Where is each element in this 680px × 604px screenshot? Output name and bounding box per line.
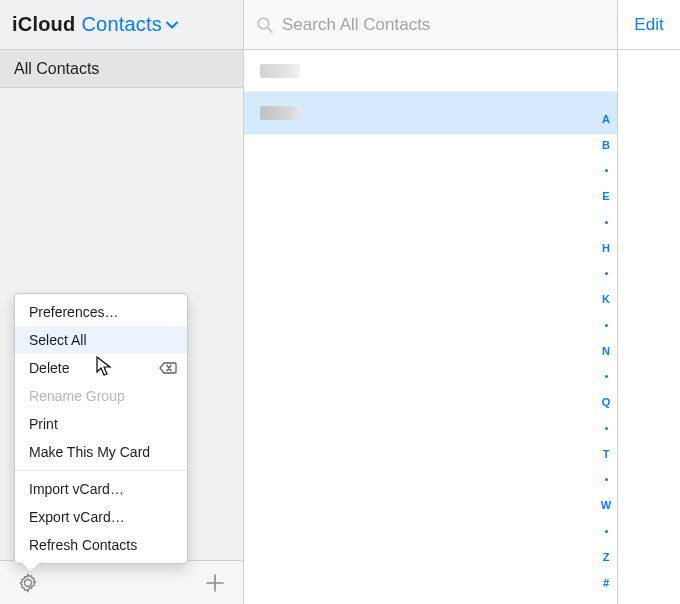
- alpha-index-item[interactable]: A: [597, 110, 615, 128]
- contacts-pane: ABEHKNQTWZ#: [244, 50, 618, 604]
- alpha-index-dot: [605, 427, 608, 430]
- menu-item-label: Print: [29, 416, 58, 432]
- plus-icon: [204, 572, 226, 594]
- alpha-index-dot: [605, 478, 608, 481]
- edit-label: Edit: [634, 15, 663, 35]
- menu-item-label: Refresh Contacts: [29, 537, 137, 553]
- chevron-down-icon: [166, 20, 178, 30]
- alpha-index-item[interactable]: [597, 213, 615, 231]
- menu-item-label: Make This My Card: [29, 444, 150, 460]
- sidebar-item-all-contacts[interactable]: All Contacts: [0, 50, 243, 88]
- alpha-index-item[interactable]: N: [597, 342, 615, 360]
- alpha-index-item[interactable]: [597, 316, 615, 334]
- alpha-index-item[interactable]: E: [597, 187, 615, 205]
- alpha-index-dot: [605, 221, 608, 224]
- menu-item: Rename Group: [15, 382, 187, 410]
- search-field[interactable]: [244, 0, 618, 49]
- menu-item[interactable]: Select All: [15, 326, 187, 354]
- alpha-index[interactable]: ABEHKNQTWZ#: [597, 110, 615, 592]
- alpha-index-item[interactable]: [597, 419, 615, 437]
- search-input[interactable]: [282, 15, 605, 35]
- brand-label: iCloud: [12, 13, 75, 36]
- alpha-index-dot: [605, 272, 608, 275]
- alpha-index-item[interactable]: Z: [597, 548, 615, 566]
- alpha-index-item[interactable]: Q: [597, 393, 615, 411]
- alpha-index-item[interactable]: K: [597, 290, 615, 308]
- alpha-index-item[interactable]: [597, 471, 615, 489]
- menu-item-label: Select All: [29, 332, 87, 348]
- menu-item-label: Delete: [29, 360, 69, 376]
- menu-item-label: Rename Group: [29, 388, 125, 404]
- alpha-index-dot: [605, 530, 608, 533]
- gear-icon: [17, 572, 39, 594]
- contact-detail-pane: [618, 50, 680, 604]
- menu-item[interactable]: Import vCard…: [15, 475, 187, 503]
- menu-item-label: Preferences…: [29, 304, 118, 320]
- alpha-index-item[interactable]: [597, 265, 615, 283]
- search-icon: [256, 16, 274, 34]
- alpha-index-item[interactable]: T: [597, 445, 615, 463]
- sidebar-item-label: All Contacts: [14, 60, 99, 78]
- settings-menu: Preferences…Select AllDeleteRename Group…: [14, 293, 188, 564]
- delete-key-icon: [159, 362, 177, 374]
- menu-item[interactable]: Print: [15, 410, 187, 438]
- contact-row[interactable]: [244, 50, 617, 92]
- menu-item-label: Export vCard…: [29, 509, 125, 525]
- menu-item[interactable]: Preferences…: [15, 298, 187, 326]
- contact-row[interactable]: [244, 92, 617, 134]
- alpha-index-item[interactable]: [597, 162, 615, 180]
- alpha-index-dot: [605, 375, 608, 378]
- settings-gear-button[interactable]: [14, 569, 42, 597]
- contact-name-redacted: [260, 106, 300, 120]
- section-label: Contacts: [81, 13, 162, 36]
- menu-separator: [15, 470, 187, 471]
- header-title[interactable]: iCloud Contacts: [0, 0, 244, 49]
- svg-line-1: [268, 27, 272, 31]
- menu-item[interactable]: Export vCard…: [15, 503, 187, 531]
- alpha-index-item[interactable]: B: [597, 136, 615, 154]
- alpha-index-item[interactable]: #: [597, 574, 615, 592]
- alpha-index-dot: [605, 169, 608, 172]
- contacts-list: [244, 50, 617, 134]
- alpha-index-item[interactable]: H: [597, 239, 615, 257]
- alpha-index-item[interactable]: [597, 368, 615, 386]
- menu-item[interactable]: Refresh Contacts: [15, 531, 187, 559]
- edit-button[interactable]: Edit: [618, 0, 680, 49]
- menu-item-label: Import vCard…: [29, 481, 124, 497]
- menu-item[interactable]: Delete: [15, 354, 187, 382]
- alpha-index-item[interactable]: W: [597, 496, 615, 514]
- menu-item[interactable]: Make This My Card: [15, 438, 187, 466]
- add-button[interactable]: [201, 569, 229, 597]
- alpha-index-item[interactable]: [597, 522, 615, 540]
- section-dropdown[interactable]: Contacts: [81, 13, 178, 36]
- app-header: iCloud Contacts Edit: [0, 0, 680, 50]
- contact-name-redacted: [260, 64, 300, 78]
- alpha-index-dot: [605, 324, 608, 327]
